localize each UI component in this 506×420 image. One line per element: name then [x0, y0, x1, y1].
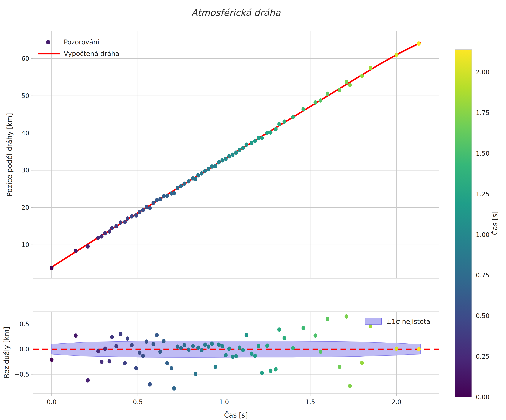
- observation-point: [313, 100, 317, 105]
- residual-point: [348, 384, 352, 388]
- residual-point: [170, 366, 173, 370]
- observation-point: [162, 194, 166, 198]
- residual-point: [207, 345, 210, 349]
- observation-point: [241, 146, 245, 150]
- residual-point: [338, 365, 341, 369]
- observation-point: [345, 80, 348, 84]
- residual-point: [319, 350, 322, 354]
- figure: 1020304050600.50.0−0.50.00.51.01.52.0 0.…: [0, 0, 506, 420]
- residual-point: [345, 314, 348, 319]
- colorbar-label: Čas [s]: [491, 211, 499, 235]
- residual-point: [158, 350, 162, 354]
- residual-point: [196, 346, 200, 350]
- observation-point: [394, 53, 398, 57]
- residual-point: [138, 350, 141, 355]
- residual-point: [187, 347, 190, 352]
- top-y-tick-label: 40: [21, 130, 29, 137]
- top-y-tick-label: 50: [21, 92, 29, 100]
- residual-point: [182, 343, 186, 347]
- observation-point: [234, 150, 238, 155]
- residual-point: [123, 361, 127, 365]
- residual-point: [394, 347, 398, 351]
- observation-point: [253, 139, 257, 143]
- top-y-tick-label: 10: [21, 241, 29, 248]
- observation-point: [96, 236, 100, 240]
- colorbar-tick-label: 1.00: [476, 231, 489, 238]
- observation-point: [155, 198, 159, 202]
- x-tick-label: 2.0: [392, 398, 401, 406]
- colorbar-tick-label: 1.25: [476, 191, 489, 198]
- colorbar-tick-label: 0.75: [476, 272, 489, 279]
- residual-point: [277, 327, 281, 332]
- residual-point: [114, 344, 118, 348]
- residual-point: [220, 344, 224, 348]
- residual-point: [148, 382, 152, 387]
- observation-point: [110, 226, 114, 230]
- residual-point: [130, 343, 134, 347]
- observation-point: [217, 160, 221, 164]
- residual-point: [191, 344, 195, 348]
- residual-point: [155, 333, 159, 337]
- observation-point: [360, 74, 364, 78]
- residual-point: [165, 361, 169, 365]
- top-plot-frame: [33, 31, 439, 278]
- residual-point: [145, 340, 148, 344]
- colorbar-tick-label: 0.00: [476, 393, 489, 401]
- residual-point: [238, 346, 241, 350]
- colorbar-tick-label: 1.50: [476, 150, 489, 157]
- residual-point: [360, 360, 364, 365]
- residual-plot-legend: ±1σ nejistota: [365, 318, 430, 325]
- top-plot-data: [50, 41, 421, 270]
- observation-point: [291, 115, 295, 119]
- residual-y-tick-label: −0.5: [14, 371, 29, 378]
- residual-point: [257, 344, 260, 348]
- observation-point: [260, 136, 264, 140]
- observation-point: [319, 98, 322, 102]
- legend-band-label: ±1σ nejistota: [386, 318, 430, 325]
- observation-point: [269, 130, 273, 135]
- residual-point: [283, 336, 286, 340]
- observation-point: [176, 186, 179, 190]
- colorbar-tick-label: 2.00: [476, 69, 489, 76]
- x-tick-label: 0.0: [47, 398, 56, 406]
- observation-point: [130, 214, 134, 219]
- residual-point: [301, 326, 305, 330]
- residual-point: [162, 339, 166, 343]
- observation-point: [245, 143, 248, 147]
- observation-point: [207, 167, 210, 171]
- residual-point: [134, 366, 138, 370]
- fit-line: [52, 43, 421, 267]
- observation-point: [369, 66, 372, 70]
- residual-point: [210, 341, 214, 346]
- residual-point: [110, 335, 114, 339]
- observation-point: [152, 201, 155, 205]
- residual-point: [200, 348, 204, 352]
- residual-point: [203, 342, 207, 347]
- observation-point: [194, 177, 197, 181]
- residual-point: [141, 354, 145, 358]
- observation-point: [257, 136, 260, 140]
- observation-point: [210, 164, 214, 169]
- residual-point: [213, 365, 217, 369]
- residual-y-axis-label: Reziduály [km]: [3, 327, 11, 378]
- colorbar-tick-label: 0.25: [476, 353, 489, 360]
- legend-observations-label: Pozorování: [64, 38, 99, 46]
- observation-point: [338, 88, 341, 92]
- observation-point: [172, 191, 176, 195]
- observation-point: [224, 157, 227, 161]
- observation-point: [148, 206, 152, 210]
- legend-observations-marker: [46, 40, 50, 44]
- top-plot-legend: Pozorování Vypočtená dráha: [38, 38, 119, 57]
- legend-band-swatch: [365, 318, 381, 324]
- observation-point: [187, 179, 190, 183]
- observation-point: [123, 220, 127, 224]
- residual-point: [50, 358, 53, 362]
- residual-point: [260, 371, 264, 375]
- residual-point: [119, 332, 122, 336]
- observation-point: [126, 216, 129, 221]
- residual-y-tick-label: 0.5: [20, 320, 29, 328]
- residual-point: [274, 367, 278, 372]
- x-axis-label: Čas [s]: [224, 411, 248, 419]
- top-y-axis-label: Pozice podél dráhy [km]: [6, 113, 13, 196]
- observation-point: [145, 205, 148, 209]
